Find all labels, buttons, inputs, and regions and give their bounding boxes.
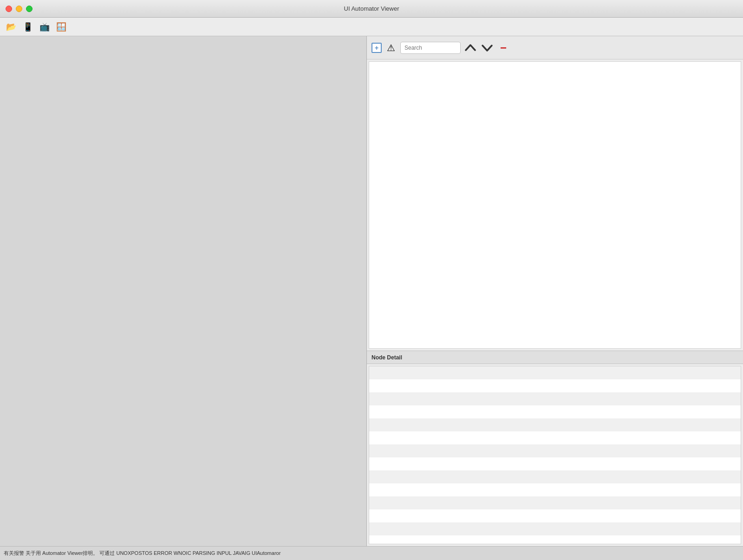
open-folder-icon (6, 22, 16, 32)
detail-row (369, 496, 741, 509)
status-text: 有关报警 关于用 Automator Viewer排明。 可通过 UNOXPOS… (4, 550, 280, 557)
screenshot-icon (23, 22, 33, 32)
minimize-button[interactable] (16, 6, 22, 12)
detail-row (369, 366, 741, 379)
detail-row (369, 522, 741, 535)
chevron-up-icon (464, 43, 477, 53)
search-input[interactable] (400, 42, 461, 54)
minus-icon: − (500, 42, 507, 53)
window-icon (56, 22, 66, 32)
detail-row (369, 379, 741, 392)
device-icon (39, 22, 50, 32)
status-bar: 有关报警 关于用 Automator Viewer排明。 可通过 UNOXPOS… (0, 546, 743, 560)
detail-row (369, 392, 741, 405)
navigate-down-button[interactable] (480, 41, 494, 54)
title-bar: UI Automator Viewer (0, 0, 743, 18)
chevron-down-icon (481, 43, 494, 53)
node-detail-panel: Node Detail (367, 351, 743, 546)
main-area: + ⚠ − (0, 36, 743, 546)
node-detail-header: Node Detail (367, 351, 743, 364)
node-detail-content (369, 366, 741, 544)
detail-row (369, 509, 741, 522)
open-folder-button[interactable] (4, 20, 19, 33)
window-button[interactable] (54, 20, 69, 33)
tree-toolbar: + ⚠ − (367, 36, 743, 59)
right-panel: + ⚠ − (367, 36, 743, 546)
tree-content[interactable] (369, 61, 741, 349)
traffic-lights (6, 6, 33, 12)
detail-row (369, 405, 741, 418)
device-button[interactable] (37, 20, 52, 33)
detail-row (369, 444, 741, 457)
screenshot-panel (0, 36, 367, 546)
detail-row (369, 457, 741, 470)
detail-row (369, 418, 741, 431)
warning-button[interactable]: ⚠ (385, 41, 398, 54)
expand-all-button[interactable]: + (372, 43, 382, 53)
close-button[interactable] (6, 6, 12, 12)
detail-row (369, 483, 741, 496)
window-title: UI Automator Viewer (344, 5, 399, 12)
detail-row (369, 431, 741, 444)
screenshot-button[interactable] (20, 20, 35, 33)
maximize-button[interactable] (26, 6, 33, 12)
node-detail-title: Node Detail (372, 354, 402, 361)
navigate-up-button[interactable] (463, 41, 477, 54)
collapse-button[interactable]: − (497, 41, 510, 54)
main-toolbar (0, 18, 743, 36)
warning-icon: ⚠ (387, 42, 395, 53)
tree-panel: + ⚠ − (367, 36, 743, 351)
detail-row (369, 470, 741, 483)
